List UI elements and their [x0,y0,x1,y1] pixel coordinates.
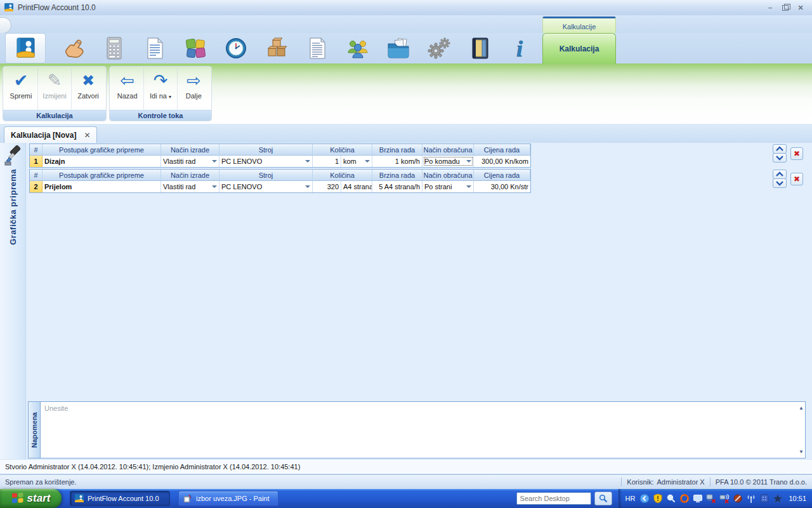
display-monitor-icon[interactable] [693,493,703,504]
module-puzzle-button[interactable] [183,34,208,62]
zatvori-button[interactable]: ✖ Zatvori [71,68,105,110]
star-tray-icon[interactable] [773,493,783,504]
nazad-button[interactable]: ⇦ Nazad [111,68,143,110]
col-header-cijena: Cijena rada [474,170,530,181]
col-header-stroj: Stroj [219,170,313,181]
obracun-select[interactable]: Po komadu [422,156,474,167]
search-input[interactable] [516,492,591,505]
app-menu-orb[interactable] [0,17,11,34]
minimize-icon[interactable]: – [765,3,775,12]
move-up-button[interactable] [773,144,787,154]
move-up-button[interactable] [773,170,787,179]
module-documents-button[interactable] [304,34,330,62]
hide-icons-chevron-icon[interactable] [639,493,650,504]
paint-task-icon [183,493,193,504]
dropdown-arrow-icon [212,160,217,163]
security-shield-icon[interactable] [653,493,663,504]
module-inventory-button[interactable] [264,34,289,62]
document-tab-bar: Kalkulacija [Nova] ✕ [0,124,812,144]
kolicina-input[interactable]: 320 [313,181,341,192]
postupak-cell[interactable]: Dizajn [43,156,161,167]
cijena-cell[interactable]: 300,00 Kn/kom [474,156,530,167]
izmijeni-button[interactable]: ✎ Izmijeni [37,68,71,110]
network-disconnected-icon[interactable] [706,493,716,504]
row-number: 1 [30,156,43,167]
module-files-button[interactable] [386,34,411,62]
col-header-postupak: Postupak grafičke pripreme [43,170,161,181]
info-icon: i [508,36,533,61]
brzina-cell[interactable]: 1 kom/h [372,156,422,167]
clock: 10:51 [789,495,806,502]
language-indicator[interactable]: HR [625,495,636,502]
windows-flag-icon [11,492,24,505]
module-calculator-button[interactable] [102,34,127,62]
col-header-stroj: Stroj [219,144,313,156]
postupak-cell[interactable]: Prijelom [43,181,161,192]
col-header-num: # [30,144,43,156]
group-label-kalkulacija: Kalkulacija [3,110,106,121]
module-time-button[interactable] [223,34,249,62]
module-ledger-button[interactable] [467,34,492,62]
close-icon[interactable]: ✕ [796,3,806,12]
cijena-cell[interactable]: 30,00 Kn/str [474,181,530,192]
col-header-cijena: Cijena rada [474,144,530,156]
context-group-header: Kalkulacije [542,17,616,35]
idi-na-button[interactable]: ↷ Idi na ▾ [143,68,176,110]
wifi-antenna-icon[interactable] [746,493,756,504]
stroj-select[interactable]: PC LENOVO [219,156,313,167]
sidebar-grafica-priprema[interactable]: Grafička priprema [0,143,26,459]
back-arrow-icon: ⇦ [120,70,134,91]
col-header-postupak: Postupak grafičke pripreme [43,144,161,156]
napomena-label: Napomena [30,412,38,448]
module-invoice-button[interactable] [142,34,167,62]
window-title: PrintFlow Account 10.0 [18,3,96,12]
col-header-num: # [30,170,43,181]
tab-kalkulacija-nova[interactable]: Kalkulacija [Nova] ✕ [4,126,97,143]
search-tray-icon[interactable] [666,493,676,504]
napomena-textarea[interactable] [40,401,806,458]
jedinica-select[interactable]: kom [341,156,372,167]
browser-ring-icon[interactable] [679,493,690,504]
tab-close-icon[interactable]: ✕ [84,131,90,140]
blocked-status-icon[interactable] [733,493,743,504]
table-row-group-2: # Postupak grafičke pripreme Način izrad… [29,169,531,193]
row1-delete-button[interactable]: ✖ [790,147,803,160]
module-selection-button[interactable] [61,34,86,62]
row2-reorder-controls [773,170,787,188]
nacin-izrade-select[interactable]: Vlastiti rad [161,156,219,167]
taskbar-item-paint[interactable]: izbor uveza.JPG - Paint [178,491,278,506]
module-contacts-button[interactable] [345,34,370,62]
move-down-button[interactable] [773,153,787,163]
row2-delete-button[interactable]: ✖ [790,173,803,185]
spremi-button[interactable]: ✔ Spremi [4,68,37,110]
chevron-down-icon [775,180,784,186]
chevron-down-icon [775,155,784,161]
remote-app-icon[interactable] [759,493,769,504]
invoice-document-icon [142,36,167,61]
tab-kalkulacija[interactable]: Kalkulacija [542,33,616,64]
napomena-label-strip: Napomena [28,401,40,458]
module-info-button[interactable]: i [508,34,533,62]
jedinica-select[interactable]: A4 strana [341,181,372,192]
nacin-izrade-select[interactable]: Vlastiti rad [161,181,219,192]
user-label: Korisnik: [627,478,653,486]
module-catalog-button[interactable] [5,33,46,64]
svg-text:i: i [516,36,523,61]
move-down-button[interactable] [773,178,787,188]
dalje-button[interactable]: ⇨ Dalje [177,68,210,110]
search-go-button[interactable] [594,491,612,505]
scroll-down-icon[interactable]: ▼ [799,449,804,455]
kolicina-input[interactable]: 1 [313,156,341,167]
scroll-up-icon[interactable]: ▲ [799,405,804,411]
window-titlebar: PrintFlow Account 10.0 – ✕ [0,0,812,16]
start-button[interactable]: start [0,489,62,508]
module-settings-button[interactable] [426,34,452,62]
wireless-disconnected-icon[interactable] [719,493,730,504]
taskbar-item-printflow[interactable]: PrintFlow Account 10.0 [70,491,170,506]
dropdown-arrow-icon [212,185,217,188]
stroj-select[interactable]: PC LENOVO [219,181,313,192]
pen-knife-icon [3,145,22,166]
restore-icon[interactable] [780,3,790,12]
obracun-select[interactable]: Po strani [422,181,474,192]
brzina-cell[interactable]: 5 A4 strana/h [372,181,422,192]
